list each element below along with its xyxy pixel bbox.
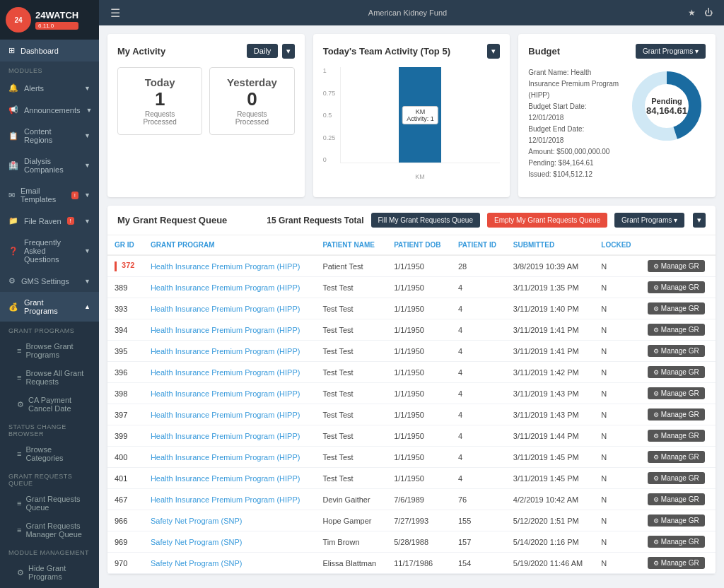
manage-gr-button[interactable]: Manage GR [648, 557, 705, 569]
sidebar-item-grant-requests-queue[interactable]: ≡ Grant Requests Queue [0, 490, 99, 517]
cell-patient-name: Tim Brown [315, 531, 387, 553]
manage-gr-button[interactable]: Manage GR [648, 281, 705, 293]
cell-patient-name: Patient Test [315, 255, 387, 277]
manage-gr-button[interactable]: Manage GR [648, 493, 705, 505]
y-axis-labels: 1 0.75 0.5 0.25 0 [323, 67, 337, 163]
cell-submitted: 5/14/2020 1:16 PM [506, 531, 595, 553]
manage-gr-button[interactable]: Manage GR [648, 302, 705, 314]
queue-section: My Grant Request Queue 15 Grant Requests… [107, 206, 716, 574]
cell-actions: Manage GR [641, 341, 716, 362]
sidebar-item-dashboard[interactable]: ⊞ Dashboard [0, 40, 99, 61]
manage-gr-button[interactable]: Manage GR [648, 536, 705, 548]
gr-id-value: 396 [115, 368, 127, 377]
fill-queue-button[interactable]: Fill My Grant Requests Queue [371, 213, 481, 228]
cell-patient-id: 155 [451, 510, 506, 531]
manage-gr-button[interactable]: Manage GR [648, 366, 705, 378]
cell-gr-id: 396 [107, 362, 144, 383]
header-row: GR ID GRANT PROGRAM PATIENT NAME PATIENT… [107, 235, 716, 255]
grant-requests-table: GR ID GRANT PROGRAM PATIENT NAME PATIENT… [107, 235, 716, 574]
manage-gr-button[interactable]: Manage GR [648, 324, 705, 336]
gr-id-value: 372 [122, 261, 134, 269]
sidebar-item-alerts[interactable]: 🔔 Alerts ▼ [0, 77, 99, 99]
queue-dropdown[interactable]: ▾ [693, 213, 706, 228]
cell-gr-id: 400 [107, 447, 144, 468]
list-icon: ≡ [17, 449, 21, 458]
sidebar-item-label: Frequently Asked Questions [24, 238, 78, 264]
dashboard-icon: ⊞ [8, 46, 15, 55]
sidebar-item-gms-settings[interactable]: ⚙ GMS Settings ▼ [0, 270, 99, 292]
cell-locked: N [594, 531, 640, 553]
manage-gr-button[interactable]: Manage GR [648, 514, 705, 527]
star-icon[interactable]: ★ [688, 8, 696, 18]
cell-gr-id: 969 [107, 531, 144, 553]
manage-gr-button[interactable]: Manage GR [648, 451, 705, 463]
manage-gr-button[interactable]: Manage GR [648, 430, 705, 442]
cell-locked: N [594, 468, 640, 489]
cell-gr-id: 398 [107, 383, 144, 404]
cell-gr-id: 397 [107, 404, 144, 425]
menu-icon[interactable]: ☰ [110, 6, 120, 20]
manage-gr-button[interactable]: Manage GR [648, 408, 705, 421]
manage-gr-button[interactable]: Manage GR [648, 387, 705, 399]
chevron-icon: ▼ [84, 278, 90, 285]
main-area: ☰ American Kidney Fund ★ ⏻ My Activity D… [99, 0, 724, 588]
sidebar-item-announcements[interactable]: 📢 Announcements ▼ [0, 99, 99, 121]
topbar-right: ★ ⏻ [688, 8, 713, 18]
sidebar-item-file-raven[interactable]: 📁 File Raven ! ▼ [0, 210, 99, 232]
cell-grant-program: Health Insurance Premium Program (HIPP) [144, 383, 315, 404]
sidebar-item-ca-payment[interactable]: ⚙ CA Payment Cancel Date [0, 391, 99, 418]
cell-grant-program: Health Insurance Premium Program (HIPP) [144, 341, 315, 362]
table-row: 398 Health Insurance Premium Program (HI… [107, 383, 716, 404]
budget-details: Grant Name: Health Insurance Premium Pro… [528, 67, 621, 180]
panel-header: Budget Grant Programs ▾ [528, 44, 706, 59]
cell-locked: N [594, 404, 640, 425]
sidebar-item-browse-categories[interactable]: ≡ Browse Categories [0, 440, 99, 467]
sidebar-item-faq[interactable]: ❓ Frequently Asked Questions ▼ [0, 232, 99, 270]
panel-header: My Activity Daily ▾ [117, 44, 295, 59]
sidebar-item-grant-requests-manager[interactable]: ≡ Grant Requests Manager Queue [0, 517, 99, 543]
cell-locked: N [594, 447, 640, 468]
gear-icon: ⚙ [17, 568, 24, 577]
sidebar-item-browse-all-grant-requests[interactable]: ≡ Browse All Grant Requests [0, 364, 99, 391]
issued-amount: Issued: $104,512.12 [528, 169, 621, 180]
sub-item-label: Browse Grant Programs [25, 342, 90, 359]
cell-grant-program: Health Insurance Premium Program (HIPP) [144, 255, 315, 277]
cell-grant-program: Health Insurance Premium Program (HIPP) [144, 447, 315, 468]
sidebar-item-dialysis-companies[interactable]: 🏥 Dialysis Companies ▼ [0, 151, 99, 180]
queue-header: My Grant Request Queue 15 Grant Requests… [107, 206, 716, 235]
cell-patient-id: 4 [451, 383, 506, 404]
bar-tooltip: KMActivity: 1 [402, 106, 438, 124]
sub-item-label: Browse All Grant Requests [25, 369, 90, 386]
version-badge: 6.11.0 [35, 22, 78, 30]
manage-gr-button[interactable]: Manage GR [648, 345, 705, 357]
sub-item-label: Grant Requests Manager Queue [25, 522, 90, 539]
manage-gr-button[interactable]: Manage GR [648, 472, 705, 484]
grant-name: Grant Name: Health Insurance Premium Pro… [528, 67, 621, 101]
daily-button[interactable]: Daily [247, 44, 278, 58]
cell-patient-id: 154 [451, 553, 506, 574]
sidebar-item-grant-programs[interactable]: 💰 Grant Programs ▲ [0, 292, 99, 322]
sidebar-item-hide-grant-programs[interactable]: ⚙ Hide Grant Programs [0, 559, 99, 586]
cell-submitted: 3/11/2019 1:41 PM [506, 319, 595, 341]
sidebar-item-label: Alerts [24, 84, 44, 93]
cell-patient-id: 4 [451, 341, 506, 362]
power-icon[interactable]: ⏻ [704, 8, 713, 18]
table-row: 969 Safety Net Program (SNP) Tim Brown 5… [107, 531, 716, 553]
cell-patient-name: Test Test [315, 277, 387, 298]
manage-gr-button[interactable]: Manage GR [648, 260, 705, 272]
panel-header: Today's Team Activity (Top 5) ▾ [323, 44, 501, 59]
col-actions [641, 235, 716, 255]
budget-grant-programs-button[interactable]: Grant Programs ▾ [636, 44, 706, 59]
team-activity-dropdown[interactable]: ▾ [487, 44, 500, 59]
cell-locked: N [594, 489, 640, 510]
empty-queue-button[interactable]: Empty My Grant Requests Queue [487, 213, 607, 228]
activity-dropdown[interactable]: ▾ [282, 44, 295, 59]
table-row: 399 Health Insurance Premium Program (HI… [107, 425, 716, 447]
budget-donut-wrap: Pending 84,164.61 [628, 67, 706, 187]
list-icon: ≡ [17, 499, 21, 507]
queue-grant-programs-button[interactable]: Grant Programs ▾ [614, 213, 684, 228]
sidebar-item-content-regions[interactable]: 📋 Content Regions ▼ [0, 121, 99, 151]
sidebar-item-email-templates[interactable]: ✉ Email Templates ! ▼ [0, 180, 99, 210]
cell-patient-name: Test Test [315, 341, 387, 362]
sidebar-item-browse-grant-programs[interactable]: ≡ Browse Grant Programs [0, 337, 99, 364]
